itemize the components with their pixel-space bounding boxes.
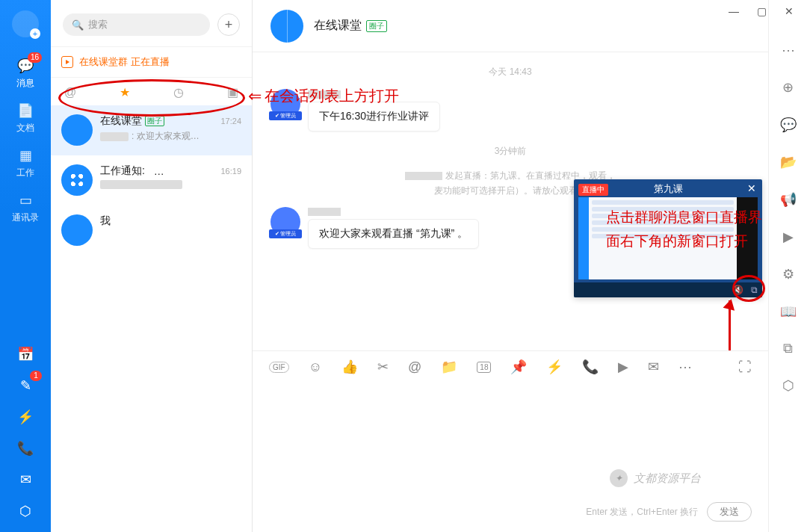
filter-at[interactable]: @: [64, 86, 76, 99]
message-list[interactable]: 今天 14:43 下午16:30进行作业讲评 3分钟前 发起直播：第九课。在直播…: [253, 52, 768, 350]
bolt-icon[interactable]: ⚡: [16, 408, 34, 426]
calendar-icon[interactable]: 18: [477, 362, 491, 373]
nav-messages[interactable]: 💬 消息 16: [0, 51, 51, 96]
add-button[interactable]: +: [217, 13, 240, 36]
timestamp: 3分钟前: [270, 145, 750, 158]
conv-tag: 圈子: [145, 116, 164, 126]
edit-badge: 1: [30, 371, 42, 381]
message-bubble: 欢迎大家来观看直播 “第九课” 。: [308, 219, 479, 249]
search-input[interactable]: 🔍 搜索: [63, 13, 210, 36]
avatar: [61, 114, 93, 146]
settings-icon[interactable]: ⚙: [782, 266, 794, 282]
redacted: [100, 180, 182, 189]
conversation-item[interactable]: 我: [51, 205, 252, 256]
live-title: 第九课: [574, 182, 762, 196]
compose-toolbar: GIF ☺ 👍 ✂ @ 📁 18 📌 ⚡ 📞 ▶ ✉ ⋯ ⛶: [269, 359, 752, 375]
unread-badge: 16: [28, 52, 42, 63]
nav-label: 消息: [16, 77, 34, 90]
maximize-button[interactable]: ▢: [757, 5, 767, 17]
announce-icon[interactable]: 📢: [780, 191, 797, 208]
apps-icon: ▦: [16, 146, 34, 164]
chat-title: 在线课堂: [314, 18, 362, 34]
compose-area: GIF ☺ 👍 ✂ @ 📁 18 📌 ⚡ 📞 ▶ ✉ ⋯ ⛶ Enter 发送，…: [253, 350, 768, 532]
mail-icon[interactable]: ✉: [648, 359, 659, 375]
filter-clock[interactable]: ◷: [173, 85, 184, 99]
conv-preview: : 欢迎大家来观…: [132, 130, 200, 143]
conversation-item[interactable]: 工作通知: … 16:19: [51, 155, 252, 205]
chat-avatar[interactable]: [270, 10, 303, 43]
live-close-icon[interactable]: ✕: [747, 182, 756, 194]
network-icon[interactable]: ⬡: [16, 502, 34, 520]
nav-docs[interactable]: 📄 文档: [0, 96, 51, 140]
sender-name: [308, 207, 479, 217]
live-preview[interactable]: 直播中 第九课 ✕ 🔇 ⧉: [574, 179, 762, 297]
filter-row: @ ★ ◷ ▣: [51, 78, 252, 105]
message-row: 下午16:30进行作业讲评: [270, 89, 750, 132]
pin-icon[interactable]: 📌: [510, 359, 527, 375]
right-rail: ⋯ ⊕ 💬 📂 📢 ▶ ⚙ 📖 ⧉ ⬡: [768, 0, 807, 532]
like-icon[interactable]: 👍: [341, 359, 358, 375]
doc-icon: 📄: [16, 102, 34, 120]
conv-name: 我: [100, 214, 111, 228]
scissors-icon[interactable]: ✂: [377, 359, 389, 375]
conv-time: 16:19: [220, 167, 241, 176]
cube-icon[interactable]: ⬡: [782, 377, 794, 394]
phone-icon[interactable]: 📞: [582, 359, 599, 375]
call-icon[interactable]: 📞: [16, 439, 34, 457]
gif-button[interactable]: GIF: [269, 362, 289, 373]
minimize-button[interactable]: —: [729, 5, 739, 17]
book-icon[interactable]: 📖: [780, 303, 797, 320]
nav-label: 工作: [16, 167, 34, 179]
more-icon[interactable]: ⋯: [678, 359, 692, 375]
bolt-icon[interactable]: ⚡: [546, 359, 563, 375]
user-avatar[interactable]: [12, 10, 39, 37]
conv-name: 在线课堂: [100, 114, 142, 128]
conversation-list: 🔍 搜索 + 在线课堂群 正在直播 @ ★ ◷ ▣ 在线课堂圈子 17:24 :…: [51, 0, 253, 532]
live-screenshot: [578, 197, 758, 279]
filter-jar[interactable]: ▣: [227, 85, 238, 99]
emoji-icon[interactable]: ☺: [309, 359, 322, 375]
live-banner-text: 在线课堂群 正在直播: [79, 55, 170, 69]
avatar: [61, 214, 93, 246]
filter-star[interactable]: ★: [120, 85, 130, 99]
add-member-icon[interactable]: ⊕: [782, 79, 794, 96]
calendar-icon[interactable]: 📅: [16, 345, 34, 363]
video-icon[interactable]: ▶: [618, 359, 628, 375]
compose-hint: Enter 发送，Ctrl+Enter 换行: [586, 506, 698, 519]
nav-contacts[interactable]: ▭ 通讯录: [0, 185, 51, 230]
sender-avatar[interactable]: [270, 207, 300, 237]
conversation-item[interactable]: 在线课堂圈子 17:24 : 欢迎大家来观…: [51, 105, 252, 155]
chat-header: 在线课堂圈子: [253, 0, 768, 52]
timestamp: 今天 14:43: [270, 66, 750, 78]
nav-rail: 💬 消息 16 📄 文档 ▦ 工作 ▭ 通讯录 📅 ✎1 ⚡ 📞 ✉ ⬡: [0, 0, 51, 532]
search-icon: 🔍: [72, 19, 84, 31]
stack-icon[interactable]: ⧉: [783, 341, 793, 356]
chat-tag: 圈子: [366, 20, 387, 32]
conv-dots: …: [154, 165, 164, 177]
contacts-icon: ▭: [16, 191, 34, 209]
search-placeholder: 搜索: [88, 18, 108, 31]
video-icon[interactable]: ▶: [783, 229, 794, 245]
sender-avatar[interactable]: [270, 89, 300, 119]
sender-name: [308, 89, 440, 99]
mail-icon[interactable]: ✉: [16, 471, 34, 489]
edit-icon[interactable]: ✎1: [16, 377, 34, 395]
conv-time: 17:24: [220, 117, 241, 126]
conv-name: 工作通知:: [100, 164, 145, 178]
live-banner[interactable]: 在线课堂群 正在直播: [51, 46, 252, 78]
more-icon[interactable]: ⋯: [782, 42, 795, 58]
play-icon: [61, 56, 73, 68]
chat-panel: 在线课堂圈子 今天 14:43 下午16:30进行作业讲评 3分钟前 发起直播：…: [253, 0, 768, 532]
nav-label: 文档: [16, 122, 34, 134]
annotation-arrow: [729, 300, 731, 350]
send-button[interactable]: 发送: [707, 502, 752, 522]
folder-icon[interactable]: 📁: [441, 359, 457, 375]
chat-icon[interactable]: 💬: [780, 117, 797, 133]
live-mute-icon[interactable]: 🔇: [732, 285, 743, 295]
live-popout-icon[interactable]: ⧉: [751, 285, 758, 295]
expand-icon[interactable]: ⛶: [738, 359, 752, 375]
close-button[interactable]: ✕: [785, 5, 794, 17]
nav-work[interactable]: ▦ 工作: [0, 140, 51, 185]
folder-icon[interactable]: 📂: [780, 154, 797, 170]
at-icon[interactable]: @: [408, 359, 421, 375]
